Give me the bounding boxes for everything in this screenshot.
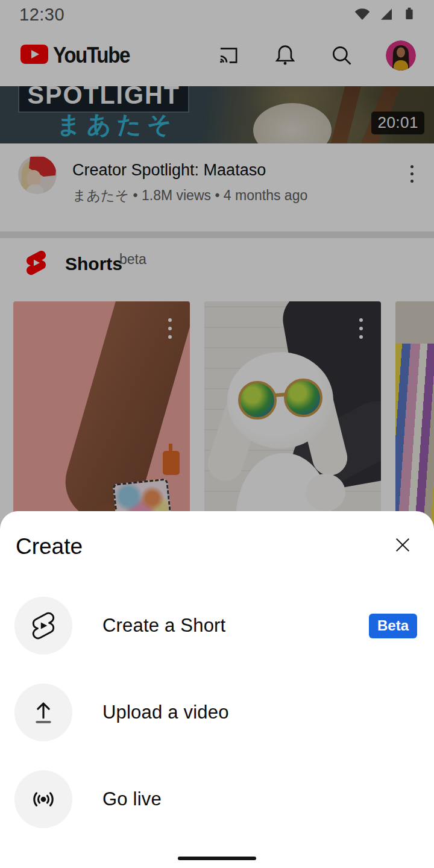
create-short-button[interactable]: Create a Short Beta bbox=[0, 582, 434, 669]
go-live-label: Go live bbox=[102, 788, 420, 810]
home-indicator-handle[interactable] bbox=[178, 857, 256, 860]
close-icon[interactable] bbox=[388, 530, 417, 559]
upload-icon bbox=[14, 684, 72, 741]
create-short-label: Create a Short bbox=[102, 615, 369, 637]
youtube-app-screen: 12:30 YouTube bbox=[0, 0, 434, 868]
go-live-icon bbox=[14, 770, 72, 828]
sheet-title: Create bbox=[16, 534, 83, 559]
sheet-header: Create bbox=[0, 511, 434, 582]
go-live-button[interactable]: Go live bbox=[0, 756, 434, 843]
create-bottom-sheet: Create Create a Short Beta bbox=[0, 511, 434, 868]
upload-video-button[interactable]: Upload a video bbox=[0, 669, 434, 756]
shorts-outline-icon bbox=[14, 597, 72, 655]
beta-badge: Beta bbox=[369, 614, 417, 638]
sheet-menu: Create a Short Beta Upload a video bbox=[0, 582, 434, 843]
upload-video-label: Upload a video bbox=[102, 702, 420, 723]
